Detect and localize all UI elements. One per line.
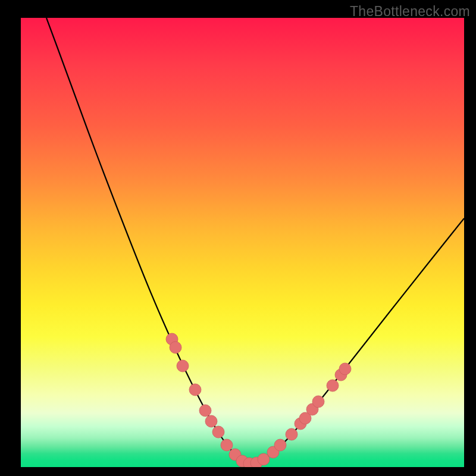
watermark-text: TheBottleneck.com bbox=[350, 4, 470, 20]
left-curve bbox=[46, 18, 248, 464]
chart-frame: TheBottleneck.com bbox=[0, 0, 476, 476]
plot-area bbox=[21, 18, 464, 467]
data-markers bbox=[166, 333, 351, 467]
data-marker bbox=[327, 380, 339, 392]
data-marker bbox=[274, 439, 286, 451]
right-curve bbox=[248, 218, 464, 464]
data-marker bbox=[199, 405, 211, 416]
data-marker bbox=[189, 384, 201, 396]
data-marker bbox=[177, 360, 189, 372]
data-marker bbox=[170, 342, 181, 353]
data-marker bbox=[286, 428, 298, 440]
data-marker bbox=[205, 415, 217, 427]
data-marker bbox=[221, 439, 233, 451]
data-marker bbox=[312, 396, 324, 408]
data-marker bbox=[339, 363, 351, 375]
curves-svg bbox=[21, 18, 464, 467]
data-marker bbox=[212, 426, 224, 438]
